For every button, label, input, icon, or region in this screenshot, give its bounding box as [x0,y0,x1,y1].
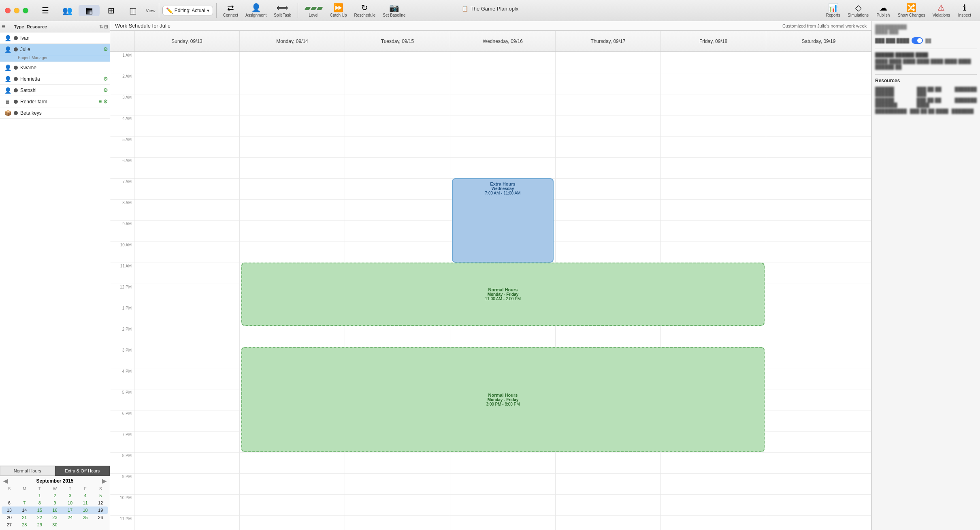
cal-cell-20[interactable]: 20 [2,514,17,521]
resource-row-julie[interactable]: 👤 Julie ⚙ [0,44,110,55]
cal-prev-button[interactable]: ◀ [3,478,8,484]
row-dot-kwame [14,66,18,70]
inspect-button[interactable]: ℹ Inspect [954,2,975,19]
row-name-render-farm: Render farm [20,99,99,105]
cal-cell-6[interactable]: 6 [2,499,17,506]
inspector-blurred-top: ██████████ ████ ███ [875,24,977,34]
cal-cell-5[interactable]: 5 [93,492,108,499]
cal-cell-16[interactable]: 16 [47,506,63,514]
cal-cell-12[interactable]: 12 [93,499,108,506]
cal-cell-13[interactable]: 13 [2,506,17,514]
publish-button[interactable]: ☁ Publish [873,2,894,19]
table-settings-icon[interactable]: ☰ [2,24,5,29]
view-grid-button[interactable]: ▦ [79,5,100,16]
event-normal-hours-1[interactable]: Normal HoursMonday - Friday11:00 AM - 2:… [241,263,765,326]
cal-hdr-f: F [78,486,93,492]
cal-cell-blank1[interactable] [62,521,78,528]
cal-cell-11[interactable]: 11 [78,499,93,506]
assignment-button[interactable]: 👤 Assignment [242,2,270,19]
cal-cell-3[interactable]: 3 [62,492,78,499]
row-dot-render-farm [14,100,18,104]
event-normal-hours-2[interactable]: Normal HoursMonday - Friday3:00 PM - 8:0… [241,347,765,452]
view-toolbar-group: ☰ 👥 ▦ ⊞ ◫ View [35,5,156,16]
cal-cell-17[interactable]: 17 [62,506,78,514]
tab-normal-hours[interactable]: Normal Hours [0,466,55,476]
sort-icon[interactable]: ⇅ [99,24,103,30]
resource-row-render-farm[interactable]: 🖥 Render farm ≡ ⚙ [0,96,110,107]
schedule-top-bar: Work Schedule for Julie Customized from … [110,21,871,31]
reports-button[interactable]: 📊 Reports [822,2,844,19]
view-gantt-button[interactable]: ⊞ [100,5,121,16]
schedule-title: Work Schedule for Julie [115,23,170,29]
filter-icon[interactable]: ⊞ [104,24,108,30]
violations-button[interactable]: ⚠ Violations [929,2,953,19]
inspector-toggle[interactable] [912,37,923,44]
view-people-button[interactable]: 👥 [57,5,78,16]
cal-cell-15[interactable]: 15 [32,506,47,514]
inspector-divider-1 [875,49,977,49]
cal-cell-18[interactable]: 18 [78,506,93,514]
cal-week-2: 6 7 8 9 10 11 12 [2,499,108,506]
sched-time-header-cell [110,31,134,51]
time-2am: 2 AM [110,73,134,94]
simulations-button[interactable]: ◇ Simulations [844,2,872,19]
cal-cell-21[interactable]: 21 [17,514,32,521]
schedule-body: 1 AM 2 AM 3 AM 4 AM 5 AM 6 AM 7 AM 8 AM … [110,52,871,530]
sep3 [298,3,298,18]
cal-cell-27[interactable]: 27 [2,521,17,528]
time-6pm: 6 PM [110,410,134,431]
cal-cell-9[interactable]: 9 [47,499,63,506]
cal-cell-8[interactable]: 8 [32,499,47,506]
level-button[interactable]: ▰▰▰ Level [301,2,326,19]
resource-row-beta-keys[interactable]: 📦 Beta keys [0,107,110,119]
resource-row-ivan[interactable]: 👤 Ivan [0,32,110,44]
cal-cell-23[interactable]: 23 [47,514,63,521]
cal-cell-25[interactable]: 25 [78,514,93,521]
col-type-header: Type [13,24,25,29]
view-list-button[interactable]: ☰ [35,5,56,16]
set-baseline-button[interactable]: 📷 Set Baseline [379,2,409,19]
window-title-icon: 📋 [462,6,468,12]
cal-cell-29[interactable]: 29 [32,521,47,528]
time-2pm: 2 PM [110,326,134,347]
reschedule-button[interactable]: ↻ Reschedule [351,2,379,19]
cal-cell-26[interactable]: 26 [93,514,108,521]
connect-button[interactable]: ⇄ Connect [220,2,241,19]
cal-cell-blank2[interactable] [78,521,93,528]
cal-cell-22[interactable]: 22 [32,514,47,521]
cal-cell[interactable] [17,492,32,499]
tab-extra-off-hours[interactable]: Extra & Off Hours [55,466,110,476]
minimize-button[interactable] [14,8,19,13]
cal-next-button[interactable]: ▶ [102,478,107,484]
time-7pm: 7 PM [110,431,134,452]
event-extra-hours-wed[interactable]: Extra HoursWednesday7:00 AM - 11:00 AM [452,178,554,263]
resource-row-henrietta[interactable]: 👤 Henrietta ⚙ [0,73,110,85]
cal-cell-4[interactable]: 4 [78,492,93,499]
resource-row-kwame[interactable]: 👤 Kwame [0,62,110,73]
row-name-kwame: Kwame [20,65,108,71]
cal-cell-blank3[interactable] [93,521,108,528]
time-10am: 10 AM [110,241,134,263]
cal-hdr-m: M [17,486,32,492]
cal-cell-24[interactable]: 24 [62,514,78,521]
cal-cell-14[interactable]: 14 [17,506,32,514]
cal-cell-30[interactable]: 30 [47,521,63,528]
cal-week-4: 20 21 22 23 24 25 26 [2,514,108,521]
close-button[interactable] [5,8,11,13]
show-changes-button[interactable]: 🔀 Show Changes [895,2,929,19]
cal-cell-7[interactable]: 7 [17,499,32,506]
fullscreen-button[interactable] [23,8,28,13]
cal-cell-10[interactable]: 10 [62,499,78,506]
cal-cell-2[interactable]: 2 [47,492,63,499]
resource-row-satoshi[interactable]: 👤 Satoshi ⚙ [0,85,110,96]
view-network-button[interactable]: ◫ [122,5,143,16]
cal-cell[interactable] [2,492,17,499]
cal-cell-19[interactable]: 19 [93,506,108,514]
catch-up-button[interactable]: ⏩ Catch Up [327,2,350,19]
day-header-sun: Sunday, 09/13 [134,31,240,51]
cal-cell-1[interactable]: 1 [32,492,47,499]
time-1pm: 1 PM [110,305,134,326]
split-task-button[interactable]: ⟺ Split Task [271,2,294,19]
baseline-dropdown[interactable]: ✏️ Editing: Actual ▾ [162,6,213,15]
cal-cell-28[interactable]: 28 [17,521,32,528]
